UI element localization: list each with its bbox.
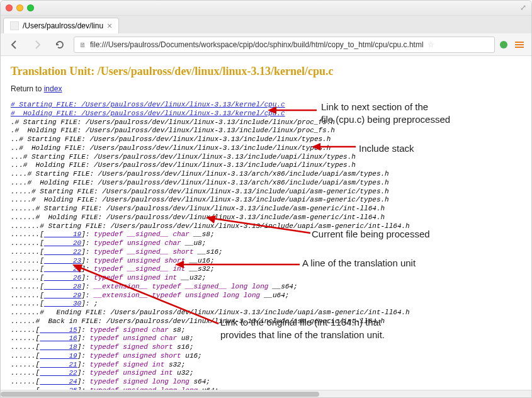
listing-line: ......[ 21]: typedef signed int s32; — [11, 361, 521, 370]
line-number-link[interactable]: 22 — [44, 248, 81, 256]
line-number-link[interactable]: 15 — [40, 326, 77, 334]
annotation-line-tu: A line of the translation unit — [302, 257, 416, 270]
arrow-icon — [312, 142, 357, 151]
file-section-link[interactable]: # Holding FILE: /Users/paulross/dev/linu… — [11, 110, 285, 117]
line-number-link[interactable]: 16 — [40, 334, 77, 342]
line-number-link[interactable]: 21 — [40, 361, 77, 368]
line-number-link[interactable]: 22 — [40, 369, 77, 377]
window-controls — [6, 4, 34, 11]
zoom-window-button[interactable] — [27, 4, 34, 11]
file-section-link[interactable]: # Starting FILE: /Users/paulross/dev/lin… — [11, 101, 285, 108]
back-button[interactable] — [6, 36, 23, 54]
svg-marker-5 — [206, 215, 216, 224]
reload-button[interactable] — [51, 36, 69, 54]
page-title: Translation Unit: /Users/paulross/dev/li… — [11, 65, 521, 78]
browser-tab[interactable]: /Users/paulross/dev/linu × — [3, 18, 119, 33]
scrollbar-thumb[interactable] — [1, 392, 319, 397]
listing-line: ..# Starting FILE: /Users/paulross/dev/l… — [11, 135, 521, 144]
listing-line: ..# Holding FILE: /Users/paulross/dev/li… — [11, 144, 521, 153]
svg-marker-1 — [268, 106, 276, 114]
index-link[interactable]: index — [44, 84, 62, 93]
close-window-button[interactable] — [6, 4, 13, 11]
listing-line: .....# Holding FILE: /Users/paulross/dev… — [11, 196, 521, 205]
svg-line-4 — [213, 219, 310, 233]
listing-line: ......# Starting FILE: /Users/paulross/d… — [11, 205, 521, 213]
arrow-icon — [72, 263, 220, 326]
listing-line: .# Holding FILE: /Users/paulross/dev/lin… — [11, 127, 521, 135]
maximize-icon[interactable]: ⤢ — [520, 3, 526, 12]
annotation-include-stack: Include stack — [359, 142, 414, 155]
line-number-link[interactable]: 24 — [40, 378, 77, 385]
url-text: file:///Users/paulross/Documents/workspa… — [90, 40, 424, 49]
forward-button[interactable] — [28, 36, 46, 54]
tab-title: /Users/paulross/dev/linu — [23, 21, 103, 30]
minimize-window-button[interactable] — [16, 4, 23, 11]
bookmark-star-icon[interactable]: ☆ — [427, 40, 434, 49]
browser-toolbar: 🗎 file:///Users/paulross/Documents/works… — [1, 33, 531, 56]
listing-line: ....# Holding FILE: /Users/paulross/dev/… — [11, 179, 521, 188]
listing-line: ......[ 22]: typedef unsigned int u32; — [11, 369, 521, 378]
line-number-link[interactable]: 19 — [44, 230, 81, 238]
arrow-icon — [205, 215, 312, 237]
svg-line-8 — [79, 267, 218, 324]
listing-line: ...# Starting FILE: /Users/paulross/dev/… — [11, 153, 521, 162]
listing-line: ......[ 18]: typedef signed short s16; — [11, 343, 521, 352]
hamburger-menu-button[interactable] — [512, 39, 526, 50]
line-number-link[interactable]: 18 — [40, 343, 77, 351]
line-number-link[interactable]: 20 — [44, 239, 81, 247]
url-bar[interactable]: 🗎 file:///Users/paulross/Documents/works… — [74, 37, 495, 53]
listing-line: ...# Holding FILE: /Users/paulross/dev/l… — [11, 161, 521, 170]
tab-favicon-icon — [10, 21, 19, 30]
annotation-next-section: Link to next section of the file (cpu.c)… — [321, 101, 450, 125]
svg-marker-3 — [312, 143, 320, 151]
svg-marker-9 — [72, 264, 82, 273]
listing-line: ....# Starting FILE: /Users/paulross/dev… — [11, 170, 521, 179]
listing-line: .......[ 20]: typedef unsigned char __u8… — [11, 239, 521, 248]
listing-line: .....# Starting FILE: /Users/paulross/de… — [11, 188, 521, 196]
annotation-original-file: Link to the original file (int-1164.h) t… — [220, 316, 385, 341]
listing-line: ......[ 24]: typedef signed long long s6… — [11, 378, 521, 387]
translation-unit-listing: # Starting FILE: /Users/paulross/dev/lin… — [11, 101, 521, 391]
arrow-icon — [268, 106, 318, 115]
line-number-link[interactable]: 19 — [40, 352, 77, 360]
page-icon: 🗎 — [79, 41, 86, 48]
return-link-row: Return to index — [11, 84, 521, 93]
horizontal-scrollbar[interactable] — [1, 390, 531, 397]
tab-bar: /Users/paulross/dev/linu × — [1, 16, 531, 33]
extension-icon[interactable] — [500, 41, 507, 48]
tab-close-button[interactable]: × — [107, 21, 112, 31]
annotation-current-file: Current file being processed — [312, 228, 430, 241]
listing-line: ......[ 19]: typedef unsigned short u16; — [11, 352, 521, 361]
window-titlebar: ⤢ — [1, 1, 531, 16]
listing-line: .......[ 22]: typedef __signed__ short _… — [11, 248, 521, 257]
